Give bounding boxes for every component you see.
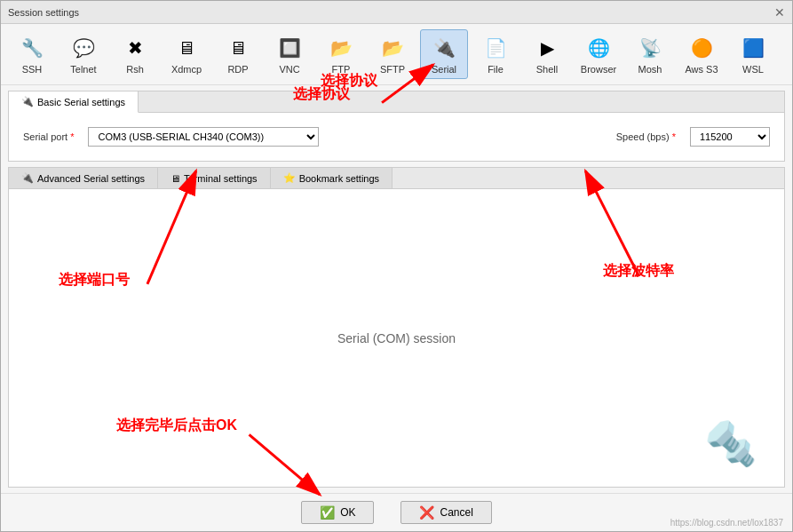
serial-port-select[interactable]: COM3 (USB-SERIAL CH340 (COM3))COM1COM2CO… xyxy=(88,127,319,147)
protocol-item-file[interactable]: 📄 File xyxy=(472,29,519,79)
ssh-label: SSH xyxy=(22,64,43,75)
shell-label: Shell xyxy=(536,64,558,75)
browser-label: Browser xyxy=(581,64,616,75)
session-settings-window: Session settings ✕ 🔧 SSH 💬 Telnet ✖ Rsh … xyxy=(0,0,793,532)
basic-serial-panel: 🔌 Basic Serial settings Serial port * CO… xyxy=(8,91,785,162)
main-content: 🔌 Basic Serial settings Serial port * CO… xyxy=(1,85,792,493)
protocol-item-ssh[interactable]: 🔧 SSH xyxy=(8,29,56,79)
title-bar: Session settings ✕ xyxy=(1,1,792,24)
tab-basic-serial[interactable]: 🔌 Basic Serial settings xyxy=(9,91,139,113)
rdp-icon: 🖥 xyxy=(224,34,252,62)
bottom-tab-bar: 🔌 Advanced Serial settings 🖥 Terminal se… xyxy=(9,168,784,189)
vnc-icon: 🔲 xyxy=(275,34,304,62)
serial-port-row: Serial port * COM3 (USB-SERIAL CH340 (CO… xyxy=(23,122,770,152)
protocol-item-rdp[interactable]: 🖥 RDP xyxy=(214,29,262,79)
serial-port-label: Serial port * xyxy=(23,131,74,142)
protocol-item-browser[interactable]: 🌐 Browser xyxy=(575,29,623,79)
serial-icon: 🔌 xyxy=(430,34,458,62)
protocol-item-vnc[interactable]: 🔲 VNC xyxy=(266,29,313,79)
bottom-tab-terminal[interactable]: 🖥 Terminal settings xyxy=(158,168,271,188)
bottom-tab-advanced[interactable]: 🔌 Advanced Serial settings xyxy=(9,168,158,188)
basic-serial-tab-content: Serial port * COM3 (USB-SERIAL CH340 (CO… xyxy=(9,113,784,161)
telnet-label: Telnet xyxy=(70,64,96,75)
basic-tab-bar: 🔌 Basic Serial settings xyxy=(9,91,784,113)
bookmark-tab-icon: ⭐ xyxy=(283,172,296,184)
window-title: Session settings xyxy=(8,7,79,18)
cancel-label: Cancel xyxy=(440,506,472,519)
protocol-item-ftp[interactable]: 📂 FTP xyxy=(317,29,365,79)
vnc-label: VNC xyxy=(279,64,299,75)
bookmark-tab-label: Bookmark settings xyxy=(299,173,379,184)
speed-required: * xyxy=(672,131,676,142)
ssh-icon: 🔧 xyxy=(18,34,46,62)
protocol-item-telnet[interactable]: 💬 Telnet xyxy=(59,29,107,79)
cancel-icon: ❌ xyxy=(419,505,434,520)
protocol-bar: 🔧 SSH 💬 Telnet ✖ Rsh 🖥 Xdmcp 🖥 RDP 🔲 VNC… xyxy=(1,24,792,85)
shell-icon: ▶ xyxy=(533,34,561,62)
xdmcp-icon: 🖥 xyxy=(172,34,201,62)
rdp-label: RDP xyxy=(227,64,248,75)
bottom-tabs-panel: 🔌 Advanced Serial settings 🖥 Terminal se… xyxy=(8,167,785,488)
wsl-label: WSL xyxy=(742,64,764,75)
mosh-label: Mosh xyxy=(638,64,662,75)
awss3-icon: 🟠 xyxy=(687,34,716,62)
wsl-icon: 🟦 xyxy=(739,34,767,62)
close-button[interactable]: ✕ xyxy=(774,6,785,19)
rsh-icon: ✖ xyxy=(121,34,149,62)
telnet-icon: 💬 xyxy=(69,34,98,62)
serial-large-icon: 🔩 xyxy=(704,419,757,469)
file-icon: 📄 xyxy=(481,34,510,62)
ftp-label: FTP xyxy=(332,64,351,75)
footer-url: https://blog.csdn.net/lox1837 xyxy=(670,518,783,528)
protocol-item-xdmcp[interactable]: 🖥 Xdmcp xyxy=(163,29,210,79)
rsh-label: Rsh xyxy=(126,64,144,75)
sftp-icon: 📂 xyxy=(378,34,407,62)
serial-port-required: * xyxy=(70,131,74,142)
footer-bar: ✅ OK ❌ Cancel https://blog.csdn.net/lox1… xyxy=(1,493,792,531)
protocol-item-wsl[interactable]: 🟦 WSL xyxy=(729,29,777,79)
awss3-label: Aws S3 xyxy=(685,64,718,75)
sftp-label: SFTP xyxy=(380,64,405,75)
ok-label: OK xyxy=(340,506,355,519)
advanced-tab-icon: 🔌 xyxy=(21,172,34,184)
protocol-item-awss3[interactable]: 🟠 Aws S3 xyxy=(678,29,726,79)
speed-select[interactable]: 9600192003840057600115200230400 xyxy=(690,127,770,147)
advanced-tab-label: Advanced Serial settings xyxy=(37,173,145,184)
serial-label: Serial xyxy=(432,64,456,75)
protocol-item-sftp[interactable]: 📂 SFTP xyxy=(369,29,416,79)
ok-icon: ✅ xyxy=(320,505,335,520)
protocol-item-mosh[interactable]: 📡 Mosh xyxy=(626,29,674,79)
speed-label: Speed (bps) * xyxy=(616,131,676,142)
xdmcp-label: Xdmcp xyxy=(171,64,202,75)
session-info-text: Serial (COM) session xyxy=(337,331,456,345)
mosh-icon: 📡 xyxy=(636,34,664,62)
bottom-tab-content: Serial (COM) session 🔩 xyxy=(9,189,784,487)
basic-serial-tab-icon: 🔌 xyxy=(21,96,34,107)
protocol-item-serial[interactable]: 🔌 Serial xyxy=(420,29,468,79)
basic-serial-tab-label: Basic Serial settings xyxy=(37,97,125,107)
browser-icon: 🌐 xyxy=(584,34,613,62)
protocol-item-rsh[interactable]: ✖ Rsh xyxy=(111,29,159,79)
terminal-tab-label: Terminal settings xyxy=(184,173,258,184)
bottom-tab-bookmark[interactable]: ⭐ Bookmark settings xyxy=(271,168,393,188)
file-label: File xyxy=(488,64,504,75)
cancel-button[interactable]: ❌ Cancel xyxy=(400,501,491,524)
protocol-item-shell[interactable]: ▶ Shell xyxy=(523,29,571,79)
ok-button[interactable]: ✅ OK xyxy=(301,501,374,524)
terminal-tab-icon: 🖥 xyxy=(170,173,180,184)
ftp-icon: 📂 xyxy=(327,34,355,62)
